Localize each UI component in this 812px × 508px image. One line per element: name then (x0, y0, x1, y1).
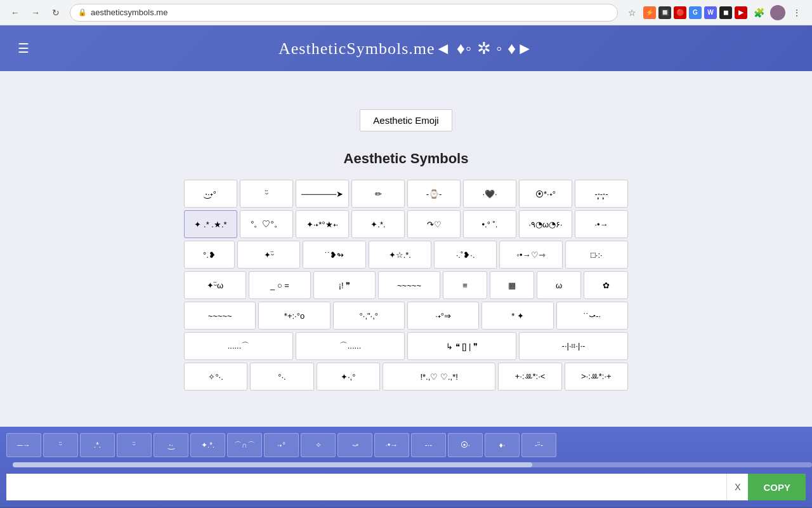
symbol-btn[interactable]: ~~~~~ (184, 302, 256, 330)
symbol-btn[interactable]: +·:ꔛ*:·< (498, 363, 561, 391)
symbol-btn[interactable]: ~~~~~ (378, 271, 440, 299)
symbol-btn[interactable]: ·.˚❥·. (434, 241, 497, 269)
symbol-btn[interactable]: ᵕ̈ (240, 180, 293, 208)
symbol-btn[interactable]: >·:ꔛ*:·+ (565, 363, 628, 391)
quick-sym-btn[interactable]: ·˖° (264, 433, 299, 457)
symbol-btn[interactable]: ✦·,° (317, 363, 380, 391)
copy-button[interactable]: COPY (748, 474, 806, 500)
symbol-btn[interactable]: ⌒...... (296, 332, 405, 360)
bottom-bar: ─→ ᵕ̈ .*. ᵕ̈ ·͜· ✦.*. ⌒∩⌒ ·˖° ✧ ⤻ ·•→ -·… (0, 427, 812, 508)
symbol-btn[interactable]: *+:·°o (258, 302, 330, 330)
progress-fill (13, 462, 532, 467)
symbols-row-5: ~~~~~ *+:·°o °·,"·,° ·˖°⇒ * ✦ ˙˙⤻-· (184, 302, 628, 330)
symbol-btn-active[interactable]: ✦ .* .★.* (184, 210, 237, 238)
quick-sym-btn[interactable]: ·͜· (154, 433, 188, 457)
quick-sym-btn[interactable]: ·•→ (374, 433, 409, 457)
copy-row: X COPY (0, 474, 812, 507)
symbol-btn[interactable]: ≡ (443, 271, 487, 299)
quick-sym-btn[interactable]: ✧ (301, 433, 336, 457)
symbol-btn[interactable]: ✏ (351, 180, 405, 208)
symbol-btn[interactable]: ˙˙❥↬ (303, 241, 365, 269)
symbol-btn[interactable]: ·٩◔ω◔۶· (519, 210, 572, 238)
symbol-btn[interactable]: ↷♡ (407, 210, 461, 238)
quick-sym-btn[interactable]: ♦· (485, 433, 520, 457)
symbol-btn[interactable]: !*.,♡ ♡.,*! (383, 363, 496, 391)
symbol-btn[interactable]: □·:· (565, 241, 628, 269)
symbol-btn[interactable]: °.❥ (184, 241, 235, 269)
back-button[interactable]: ← (6, 4, 24, 22)
symbol-btn[interactable]: ......⌒ (184, 332, 293, 360)
copy-input[interactable] (6, 474, 726, 500)
clear-button[interactable]: X (726, 474, 748, 500)
symbol-btn[interactable]: ✦·˖*°★˖· (296, 210, 349, 238)
symbol-btn[interactable]: ✦.*. (351, 210, 405, 238)
browser-chrome: ← → ↻ 🔒 aestheticsymbols.me ☆ ⚡ 🔲 🔴 G W … (0, 0, 812, 25)
quick-sym-btn[interactable]: ᵕ̈ (43, 433, 78, 457)
address-bar[interactable]: 🔒 aestheticsymbols.me (70, 4, 618, 22)
symbol-btn[interactable]: ω (537, 271, 581, 299)
nav-buttons: ← → ↻ (6, 4, 65, 22)
ext-6: ◼ (719, 6, 732, 19)
symbols-row-2: ✦ .* .★.* °。♡°。 ✦·˖*°★˖· ✦.*. ↷♡ •.° ˚. … (184, 210, 628, 238)
symbol-btn[interactable]: ▦ (490, 271, 534, 299)
aesthetic-emoji-tab[interactable]: Aesthetic Emoji (360, 109, 452, 131)
symbol-btn[interactable]: ·🖤· (463, 180, 516, 208)
quick-sym-btn[interactable]: ⌒∩⌒ (227, 433, 262, 457)
progress-bar (13, 462, 812, 467)
symbol-btn[interactable]: ↳ ❝ [] | ❞ (407, 332, 516, 360)
progress-bar-container (0, 462, 812, 474)
refresh-button[interactable]: ↻ (47, 4, 65, 22)
symbol-btn[interactable]: ✧°·. (184, 363, 247, 391)
main-content: Aesthetic Emoji Aesthetic Symbols ·͜·˖° … (0, 71, 812, 427)
url-text: aestheticsymbols.me (91, 8, 167, 17)
symbol-btn[interactable]: °·,"·,° (333, 302, 405, 330)
quick-symbols-row: ─→ ᵕ̈ .*. ᵕ̈ ·͜· ✦.*. ⌒∩⌒ ·˖° ✧ ⤻ ·•→ -·… (0, 433, 812, 462)
symbol-btn[interactable]: ✿ (584, 271, 628, 299)
quick-sym-btn[interactable]: ⤻ (337, 433, 372, 457)
symbol-btn[interactable]: ·͜·˖° (184, 180, 237, 208)
symbol-btn[interactable]: ◦•→♡⇾ (499, 241, 562, 269)
symbols-row-6: ......⌒ ⌒...... ↳ ❝ [] | ❞ -·|·⌗·|·- (184, 332, 628, 360)
symbol-btn[interactable]: -·|·⌗·|·- (519, 332, 628, 360)
quick-sym-btn[interactable]: ✦.*. (190, 433, 225, 457)
symbols-row-4: ✦ᵕ̈ω _ ○ = ¡! ❞ ~~~~~ ≡ ▦ ω ✿ (184, 271, 628, 299)
lock-icon: 🔒 (78, 8, 87, 17)
quick-sym-btn[interactable]: ᵕ̈ (117, 433, 152, 457)
symbol-btn[interactable]: ¡! ❞ (313, 271, 376, 299)
symbol-btn[interactable]: ✦ᵕ̈ (237, 241, 300, 269)
symbols-row-7: ✧°·. °·. ✦·,° !*.,♡ ♡.,*! +·:ꔛ*:·< >·:ꔛ*… (184, 363, 628, 391)
quick-sym-btn[interactable]: ─→ (6, 433, 41, 457)
extensions-button[interactable]: 🧩 (750, 4, 768, 22)
symbol-btn[interactable]: -·̩̩̩-·̩̩̩- (575, 180, 628, 208)
symbol-btn[interactable]: -⌚- (407, 180, 461, 208)
symbol-btn[interactable]: ⦿*·˖° (519, 180, 572, 208)
quick-sym-btn[interactable]: -·- (411, 433, 446, 457)
symbol-btn[interactable]: °。♡°。 (240, 210, 293, 238)
symbol-btn[interactable]: ·•→ (575, 210, 628, 238)
site-title: AestheticSymbols.me◄ ♦◦ ✲ ◦ ♦► (278, 39, 534, 58)
more-button[interactable]: ⋮ (788, 4, 806, 22)
quick-sym-btn[interactable]: ⦿· (448, 433, 483, 457)
bookmark-button[interactable]: ☆ (623, 4, 641, 22)
symbols-row-1: ·͜·˖° ᵕ̈ ──────➤ ✏ -⌚- ·🖤· ⦿*·˖° -·̩̩̩-·… (184, 180, 628, 208)
quick-sym-btn[interactable]: -ᵕ̈- (521, 433, 556, 457)
section-title: Aesthetic Symbols (344, 150, 469, 167)
symbol-btn[interactable]: ˙˙⤻-· (556, 302, 628, 330)
ext-2: 🔲 (658, 6, 671, 19)
symbol-btn[interactable]: * ✦ (481, 302, 553, 330)
symbol-btn[interactable]: °·. (250, 363, 313, 391)
symbol-btn[interactable]: •.° ˚. (463, 210, 516, 238)
symbol-btn[interactable]: ✦☆.*. (369, 241, 431, 269)
symbols-row-3: °.❥ ✦ᵕ̈ ˙˙❥↬ ✦☆.*. ·.˚❥·. ◦•→♡⇾ □·:· (184, 241, 628, 269)
ext-3: 🔴 (674, 6, 686, 19)
symbol-btn[interactable]: ✦ᵕ̈ω (184, 271, 246, 299)
menu-button[interactable]: ☰ (13, 36, 34, 61)
symbols-grid: ·͜·˖° ᵕ̈ ──────➤ ✏ -⌚- ·🖤· ⦿*·˖° -·̩̩̩-·… (184, 180, 628, 391)
symbol-btn[interactable]: _ ○ = (249, 271, 311, 299)
symbol-btn[interactable]: ──────➤ (296, 180, 349, 208)
quick-sym-btn[interactable]: .*. (80, 433, 115, 457)
symbol-btn[interactable]: ·˖°⇒ (407, 302, 479, 330)
ext-5: W (704, 6, 717, 19)
forward-button[interactable]: → (27, 4, 44, 22)
ext-7: ▶ (735, 6, 747, 19)
